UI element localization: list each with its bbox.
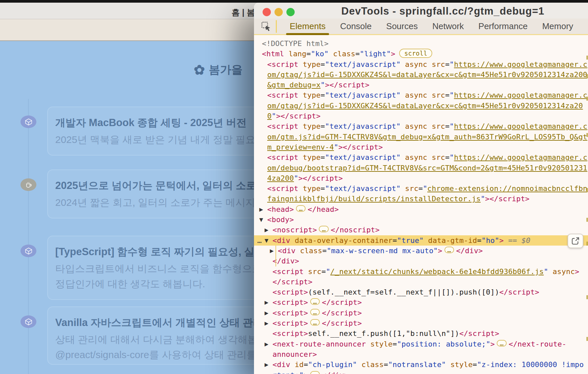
code-token: " <box>481 195 485 203</box>
code-token <box>329 50 333 58</box>
code-token: </script> <box>273 278 313 286</box>
code-token: src <box>405 184 418 193</box>
code-token: data-overlay-container <box>295 236 393 245</box>
code-token: rtant;" <box>273 371 304 374</box>
expand-inline-icon[interactable]: … <box>444 247 454 253</box>
code-token <box>400 122 405 130</box>
disclosure-triangle-icon[interactable]: ▶ <box>270 246 278 256</box>
elements-tree-row[interactable]: ▶<div class="max-w-screen-md mx-auto">…<… <box>254 246 588 256</box>
elements-tree-row[interactable]: <script type="text/javascript" async src… <box>254 152 588 163</box>
elements-tree-row-selected[interactable]: …▼<div data-overlay-container="true" dat… <box>254 235 588 246</box>
code-token: /_next/static/chunks/webpack-6e1e4bfdd93… <box>330 267 544 276</box>
row-menu-dots-icon[interactable]: … <box>257 235 262 246</box>
devtools-titlebar[interactable]: DevTools - springfall.cc/?gtm_debug=1 <box>254 3 588 19</box>
code-token: " <box>544 267 548 276</box>
code-token: 0 <box>267 112 272 120</box>
elements-tree-row[interactable]: 4za200"></script> <box>254 173 588 183</box>
elements-tree-row[interactable]: ▶<head>…</head> <box>254 204 588 214</box>
tab-sources[interactable]: Sources <box>381 19 423 34</box>
elements-tree-row[interactable]: ▶<script>…</script> <box>254 318 588 328</box>
close-window-button[interactable] <box>263 8 271 16</box>
code-token: src <box>432 122 445 130</box>
elements-tree-row[interactable]: ▶<div id="ch-plugin" class="notranslate"… <box>254 359 588 370</box>
expand-inline-icon[interactable]: … <box>310 319 320 326</box>
disclosure-triangle-icon[interactable]: ▶ <box>259 205 267 215</box>
code-token: </head> <box>308 205 339 213</box>
elements-tree-row[interactable]: <script type="text/javascript" async src… <box>254 59 588 70</box>
elements-tree-row[interactable]: faingniikblfbji/build/scripts/installDet… <box>254 194 588 204</box>
elements-tree-row[interactable]: <!DOCTYPE html> <box>254 38 588 49</box>
code-token: <!DOCTYPE html> <box>262 39 329 48</box>
code-token: <script <box>267 153 298 162</box>
disclosure-triangle-icon[interactable]: ▶ <box>265 298 273 308</box>
elements-tree-row[interactable]: om/gtag/js?id=G-15DXXGKZ4S&l=dataLayer&c… <box>254 101 588 111</box>
elements-tree-row[interactable]: <script>(self.__next_f=self.__next_f||[]… <box>254 287 588 297</box>
code-token: async <box>405 153 427 162</box>
elements-tree-row[interactable]: ▶<noscript>…</noscript> <box>254 225 588 235</box>
elements-tree-row[interactable]: m_preview=env-4"></script> <box>254 142 588 152</box>
code-token: class <box>300 247 322 255</box>
elements-tree-row[interactable]: om/debug/bootstrap?id=GTM-T4CTRV8V&src=G… <box>254 163 588 173</box>
elements-tree-row[interactable]: </script> <box>254 277 588 287</box>
expand-inline-icon[interactable]: … <box>310 371 320 374</box>
elements-tree-row[interactable]: announcer> <box>254 349 588 359</box>
elements-tree-row[interactable]: <script>self.__next_f.push([1,"b:null\n"… <box>254 328 588 339</box>
code-token: > <box>304 371 308 374</box>
elements-tree-row[interactable]: &gtm_debug=x"></script> <box>254 80 588 90</box>
elements-tree-row[interactable]: rtant;">…</div> <box>254 370 588 374</box>
expand-inline-icon[interactable]: … <box>310 298 320 305</box>
elements-tree-row[interactable]: ▶<script>…</script> <box>254 297 588 307</box>
elements-tree-row[interactable]: <script type="text/javascript" src="chro… <box>254 183 588 194</box>
code-token: <div <box>273 236 290 245</box>
disclosure-triangle-icon[interactable]: ▶ <box>265 339 273 350</box>
disclosure-triangle-icon[interactable]: ▶ <box>265 360 273 370</box>
disclosure-triangle-icon[interactable]: ▼ <box>265 236 273 246</box>
minimize-window-button[interactable] <box>274 8 283 16</box>
elements-tree-row[interactable]: ▶<next-route-announcer style="position: … <box>254 339 588 349</box>
scrollbar-marks[interactable] <box>586 35 588 374</box>
tab-console[interactable]: Console <box>334 19 377 34</box>
code-token: m_preview=env-4 <box>267 143 334 151</box>
tab-elements[interactable]: Elements <box>284 19 331 34</box>
code-token: https://www.googletagmanager.c <box>454 60 587 69</box>
code-token: <div <box>273 360 290 369</box>
tab-network[interactable]: Network <box>427 19 469 34</box>
code-token: <script <box>267 60 298 69</box>
elements-tree-row[interactable]: om/gtag/js?id=G-15DXXGKZ4S&l=dataLayer&c… <box>254 70 588 80</box>
expand-inline-icon[interactable]: … <box>310 309 320 315</box>
scroll-badge[interactable]: scroll <box>399 49 432 58</box>
zoom-window-button[interactable] <box>286 8 295 16</box>
code-token: > <box>391 50 395 58</box>
elements-tree-row[interactable]: 0"></script> <box>254 111 588 121</box>
disclosure-triangle-icon[interactable]: ▶ <box>265 318 273 329</box>
code-token: "ko" <box>311 50 329 58</box>
macos-menubar-edge <box>0 0 588 3</box>
code-token: </next-route- <box>509 340 567 348</box>
elements-tree-panel[interactable]: <!DOCTYPE html><html lang="ko" class="li… <box>254 35 588 374</box>
tab-performance[interactable]: Performance <box>473 19 533 34</box>
code-token: om/gtm.js?id=GTM-T4CTRV8V&gtm_debug=x&gt… <box>267 133 587 141</box>
elements-tree-row[interactable]: <script src="/_next/static/chunks/webpac… <box>254 266 588 277</box>
inspect-element-icon[interactable] <box>261 21 272 32</box>
elements-tree-row[interactable]: <html lang="ko" class="light">scroll <box>254 49 588 59</box>
disclosure-triangle-icon[interactable]: ▼ <box>259 215 267 225</box>
site-logo[interactable]: ✿ 봄가을 <box>194 62 243 77</box>
disclosure-triangle-icon[interactable]: ▶ <box>265 308 273 318</box>
elements-tree-row[interactable]: ▼<body> <box>254 214 588 225</box>
expand-inline-icon[interactable]: … <box>497 340 507 347</box>
elements-tree-row[interactable]: </div> <box>254 256 588 266</box>
elements-tree-row[interactable]: om/gtm.js?id=GTM-T4CTRV8V&gtm_debug=x&gt… <box>254 132 588 142</box>
tab-memory[interactable]: Memory <box>536 19 579 34</box>
code-token: om/gtag/js?id=G-15DXXGKZ4S&l=dataLayer&c… <box>267 102 583 110</box>
expand-inline-icon[interactable]: … <box>296 205 306 212</box>
code-token: https://www.googletagmanager.c <box>454 91 587 99</box>
code-token: > <box>575 267 579 276</box>
elements-tree-row[interactable]: ▶<script>…</script> <box>254 308 588 318</box>
disclosure-triangle-icon[interactable]: ▶ <box>265 225 273 235</box>
code-token <box>427 122 432 130</box>
elements-tree-row[interactable]: <script type="text/javascript" async src… <box>254 90 588 100</box>
code-token: </script> <box>322 309 362 317</box>
code-token: https://www.googletagmanager.c <box>454 122 587 130</box>
elements-tree-row[interactable]: <script type="text/javascript" async src… <box>254 121 588 131</box>
expand-inline-icon[interactable]: … <box>319 226 329 232</box>
